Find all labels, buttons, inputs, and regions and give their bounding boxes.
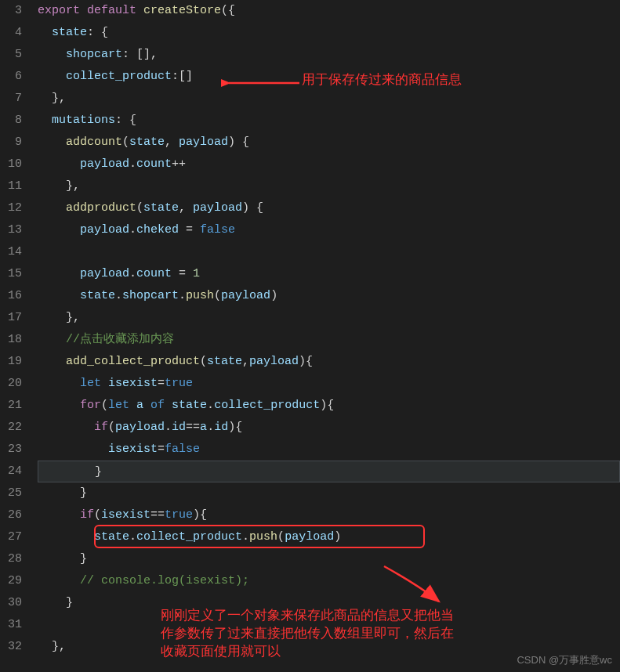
code-line[interactable]: payload.cheked = false: [38, 219, 620, 241]
watermark: CSDN @万事胜意wc: [517, 653, 612, 667]
code-line[interactable]: },: [38, 175, 620, 197]
code-line[interactable]: collect_product:[]: [38, 66, 620, 88]
code-line[interactable]: state.shopcart.push(payload): [38, 285, 620, 307]
code-line[interactable]: if(isexist==true){: [38, 504, 620, 526]
code-line[interactable]: }: [38, 482, 620, 504]
code-line[interactable]: for(let a of state.collect_product){: [38, 395, 620, 417]
code-line[interactable]: }: [38, 548, 620, 570]
code-line[interactable]: addcount(state, payload) {: [38, 132, 620, 154]
code-line[interactable]: export default createStore({: [38, 0, 620, 22]
code-line[interactable]: [38, 241, 620, 263]
code-line[interactable]: [38, 614, 620, 636]
code-line[interactable]: mutations: {: [38, 110, 620, 132]
code-line[interactable]: }: [38, 592, 620, 614]
code-line[interactable]: state.collect_product.push(payload): [38, 526, 620, 548]
line-number-gutter: 34567 89101112 1314151617 1819202122 232…: [0, 0, 31, 672]
code-editor[interactable]: 34567 89101112 1314151617 1819202122 232…: [0, 0, 620, 672]
code-line[interactable]: addproduct(state, payload) {: [38, 197, 620, 219]
code-line[interactable]: payload.count++: [38, 154, 620, 175]
code-line[interactable]: payload.count = 1: [38, 263, 620, 285]
code-line[interactable]: add_collect_product(state,payload){: [38, 351, 620, 373]
code-line[interactable]: // console.log(isexist);: [38, 570, 620, 592]
code-line[interactable]: shopcart: [],: [38, 44, 620, 66]
code-line[interactable]: //点击收藏添加内容: [38, 329, 620, 351]
code-line[interactable]: },: [38, 88, 620, 110]
code-line-active[interactable]: }: [38, 461, 620, 482]
code-line[interactable]: state: {: [38, 22, 620, 44]
code-line[interactable]: if(payload.id==a.id){: [38, 417, 620, 439]
code-line[interactable]: },: [38, 307, 620, 329]
code-line[interactable]: let isexist=true: [38, 373, 620, 395]
code-line[interactable]: isexist=false: [38, 439, 620, 461]
code-content[interactable]: export default createStore({ state: { sh…: [31, 0, 620, 672]
